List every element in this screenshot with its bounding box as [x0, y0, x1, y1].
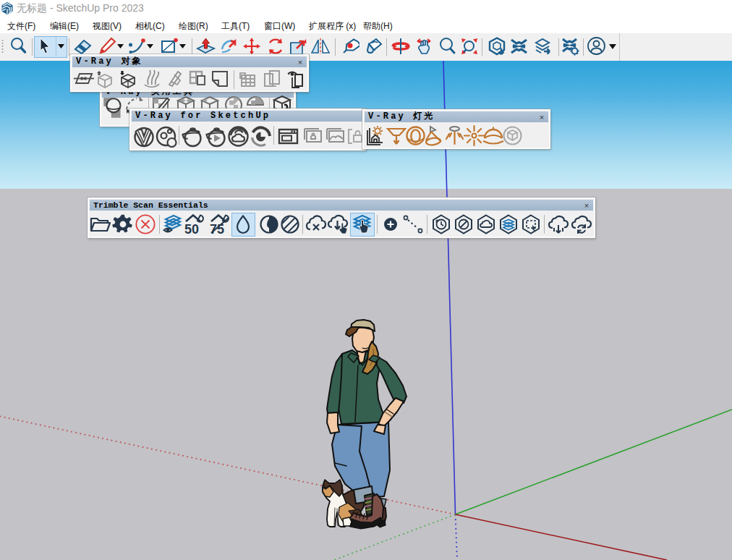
svg-text:50: 50 — [184, 222, 199, 235]
